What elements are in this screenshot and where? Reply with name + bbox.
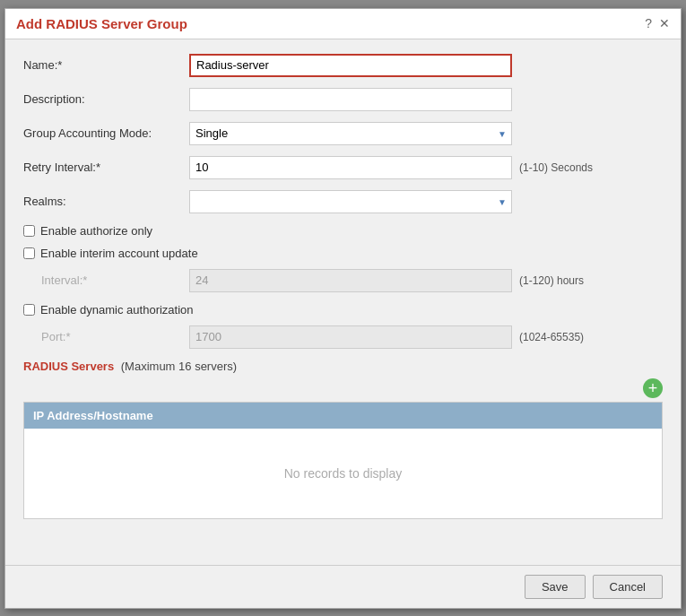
name-label: Name:* (23, 58, 189, 72)
radius-servers-link[interactable]: RADIUS Servers (23, 360, 114, 373)
name-row: Name:* (23, 54, 663, 77)
group-accounting-mode-select-wrapper: Single Multiple (189, 122, 512, 145)
cancel-button[interactable]: Cancel (593, 575, 663, 599)
dialog-body: Name:* Description: Group Accounting Mod… (5, 39, 681, 565)
realms-row: Realms: (23, 190, 663, 213)
enable-interim-account-update-label: Enable interim account update (40, 247, 198, 260)
add-btn-row: + (23, 378, 663, 398)
enable-dynamic-authorization-label: Enable dynamic authorization (40, 303, 194, 317)
name-input[interactable] (189, 54, 512, 77)
group-accounting-mode-label: Group Accounting Mode: (23, 126, 189, 140)
retry-interval-hint: (1-10) Seconds (519, 161, 593, 174)
add-radius-server-button[interactable]: + (643, 378, 663, 398)
description-row: Description: (23, 88, 663, 111)
description-label: Description: (23, 92, 189, 106)
retry-interval-input[interactable] (189, 156, 512, 179)
enable-dynamic-authorization-row: Enable dynamic authorization (23, 303, 663, 317)
help-icon[interactable]: ? (645, 16, 652, 30)
enable-interim-account-update-checkbox[interactable] (23, 247, 35, 259)
enable-authorize-only-checkbox[interactable] (23, 225, 35, 237)
no-records-text: No records to display (284, 466, 403, 481)
port-row: Port:* (1024-65535) (23, 325, 663, 349)
port-hint: (1024-65535) (519, 331, 584, 343)
interval-label: Interval:* (41, 273, 189, 287)
add-radius-server-group-dialog: Add RADIUS Server Group ? ✕ Name:* Descr… (4, 8, 682, 609)
dialog-footer: Save Cancel (5, 565, 681, 608)
retry-interval-row: Retry Interval:* (1-10) Seconds (23, 156, 663, 179)
retry-interval-label: Retry Interval:* (23, 161, 189, 174)
port-input[interactable] (189, 325, 512, 349)
dialog-titlebar: Add RADIUS Server Group ? ✕ (5, 9, 681, 39)
group-accounting-mode-row: Group Accounting Mode: Single Multiple (23, 122, 663, 145)
save-button[interactable]: Save (525, 575, 586, 599)
table-header: IP Address/Hostname (24, 403, 662, 429)
enable-dynamic-authorization-checkbox[interactable] (23, 304, 35, 316)
interval-input[interactable] (189, 269, 512, 292)
enable-authorize-only-label: Enable authorize only (40, 224, 152, 238)
realms-label: Realms: (23, 195, 189, 208)
titlebar-controls: ? ✕ (645, 16, 670, 30)
port-label: Port:* (41, 330, 189, 343)
radius-servers-header: RADIUS Servers (Maximum 16 servers) (23, 360, 663, 373)
interval-row: Interval:* (1-120) hours (23, 269, 663, 292)
group-accounting-mode-select[interactable]: Single Multiple (189, 122, 512, 145)
realms-select[interactable] (189, 190, 512, 213)
dialog-title: Add RADIUS Server Group (16, 16, 187, 31)
close-icon[interactable]: ✕ (659, 16, 670, 30)
table-body: No records to display (24, 429, 662, 518)
enable-interim-account-update-row: Enable interim account update (23, 247, 663, 260)
enable-authorize-only-row: Enable authorize only (23, 224, 663, 238)
description-input[interactable] (189, 88, 512, 111)
radius-servers-table: IP Address/Hostname No records to displa… (23, 402, 663, 519)
add-circle-icon: + (643, 378, 663, 398)
realms-select-wrapper (189, 190, 512, 213)
interval-hint: (1-120) hours (519, 274, 584, 287)
radius-servers-hint: (Maximum 16 servers) (121, 360, 237, 373)
